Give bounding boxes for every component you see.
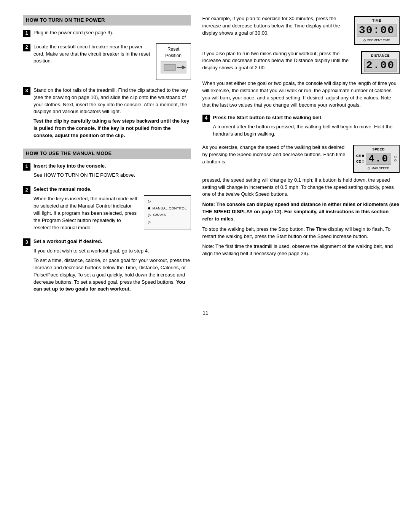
speed-left-item-2: CE	[356, 159, 365, 164]
intro-para1: For example, if you plan to exercise for…	[202, 15, 349, 37]
speed-side-dot-1	[394, 156, 397, 158]
step4-para: A moment after the button is pressed, th…	[213, 123, 400, 138]
step-power-3: 3 Stand on the foot rails of the treadmi…	[23, 87, 191, 142]
step-right-content-4: Press the Start button to start the walk…	[213, 114, 400, 141]
time-goal-section: For example, if you plan to exercise for…	[202, 15, 400, 45]
step-manual-1-text: See HOW TO TURN ON THE POWER above.	[33, 172, 191, 179]
mc-label-grams: GRAMS	[153, 212, 166, 217]
step-manual-3-para2: To set a time, distance, calorie, or pac…	[33, 257, 191, 293]
section-manual: HOW TO USE THE MANUAL MODE 1 Insert the …	[23, 149, 191, 296]
mc-item-1: ▷	[148, 199, 187, 204]
step-manual-num-2: 2	[23, 186, 30, 194]
step4-title: Press the Start button to start the walk…	[213, 114, 400, 121]
step4-para2: As you exercise, change the speed of the…	[202, 144, 348, 166]
time-display-wrapper: TIME 30:00 SEGMENT TIME	[354, 16, 400, 45]
intro-para2: If you also plan to run two miles during…	[202, 50, 356, 72]
mc-arrow-3: ▷	[148, 219, 151, 225]
speed-section: As you exercise, change the speed of the…	[202, 144, 400, 173]
mc-item-3: ▷ GRAMS	[148, 212, 187, 218]
speed-ce-bottom: CE	[356, 159, 361, 164]
mc-item-2: MANUAL CONTROL	[148, 206, 187, 211]
time-panel-sub: SEGMENT TIME	[357, 38, 397, 43]
step-num-1: 1	[23, 30, 30, 37]
page-number: 11	[23, 310, 388, 317]
step4-bold-note: Note: The console can display speed and …	[202, 201, 400, 223]
time-display-panel: TIME 30:00 SEGMENT TIME	[354, 16, 400, 45]
speed-panel-number: 4.0	[366, 153, 391, 165]
step-num-3: 3	[23, 87, 30, 95]
distance-goal-text: If you also plan to run two miles during…	[202, 50, 356, 75]
svg-rect-1	[164, 64, 175, 70]
step-manual-num-3: 3	[23, 238, 30, 246]
step-manual-2: 2 Select the manual mode. ▷ MANUAL CONTR…	[23, 186, 191, 233]
time-panel-number: 30:00	[357, 24, 397, 37]
distance-goal-section: If you also plan to run two miles during…	[202, 50, 400, 75]
para-goals: When you set either one goal or two goal…	[202, 80, 400, 109]
speed-sub-dot	[368, 167, 370, 169]
speed-panel-label: SPEED	[372, 147, 385, 152]
step-manual-3-title: Set a workout goal if desired.	[33, 238, 191, 245]
speed-side-dots	[394, 156, 397, 161]
speed-dot-empty	[362, 160, 364, 163]
step-power-2: 2 ResetPosition Locat	[23, 43, 191, 82]
reset-box: ResetPosition	[156, 43, 191, 80]
section-header-power: HOW TO TURN ON THE POWER	[23, 15, 191, 26]
manual-control-box: ▷ MANUAL CONTROL ▷ GRAMS ▷	[144, 195, 191, 230]
time-sub-label: SEGMENT TIME	[367, 38, 390, 43]
speed-left-labels: CE CE	[356, 153, 365, 164]
distance-display-wrapper: DISTANCE 2.00	[361, 51, 400, 74]
reset-label: ResetPosition	[160, 46, 187, 59]
step-manual-content-1: Insert the key into the console. See HOW…	[33, 163, 191, 182]
step-right-num-4: 4	[202, 115, 210, 122]
step-manual-content-2: Select the manual mode. ▷ MANUAL CONTROL	[33, 186, 191, 233]
speed-panel-sub: MAX SPEED	[368, 166, 389, 171]
section-power: HOW TO TURN ON THE POWER 1 Plug in the p…	[23, 15, 191, 142]
step-manual-1-title: Insert the key into the console.	[33, 163, 191, 170]
reset-position-image: ResetPosition	[156, 43, 191, 80]
step-content-3: Stand on the foot rails of the treadmill…	[33, 87, 191, 142]
step4-para3: pressed, the speed setting will change b…	[202, 177, 400, 198]
section-header-manual: HOW TO USE THE MANUAL MODE	[23, 149, 191, 159]
right-column: For example, if you plan to exercise for…	[202, 15, 400, 302]
step3-text-bold: Test the clip by carefully taking a few …	[33, 118, 191, 139]
speed-display-wrapper: CE CE SPEED 4.0 MAX SPEED	[353, 145, 400, 173]
distance-panel-label: DISTANCE	[364, 53, 397, 58]
step-manual-num-1: 1	[23, 163, 30, 171]
mc-arrow-1: ▷	[148, 199, 151, 204]
mc-item-4: ▷	[148, 219, 187, 225]
step3-text-normal: Stand on the foot rails of the treadmill…	[33, 87, 191, 115]
speed-text: As you exercise, change the speed of the…	[202, 144, 348, 169]
speed-dot-filled	[362, 155, 364, 157]
step4-para-stop: To stop the walking belt, press the Stop…	[202, 226, 400, 240]
mc-label-manual: MANUAL CONTROL	[153, 206, 187, 211]
left-column: HOW TO TURN ON THE POWER 1 Plug in the p…	[23, 15, 191, 302]
step-manual-3-para2-text: To set a time, distance, calorie, or pac…	[33, 257, 190, 285]
mc-dot	[148, 207, 150, 209]
speed-side-dot-2	[394, 159, 397, 161]
step-right-4: 4 Press the Start button to start the wa…	[202, 114, 400, 141]
speed-panel: CE CE SPEED 4.0 MAX SPEED	[353, 145, 400, 173]
time-goal-text: For example, if you plan to exercise for…	[202, 15, 349, 40]
step-manual-2-title: Select the manual mode.	[33, 186, 191, 193]
distance-panel-number: 2.00	[364, 59, 397, 72]
step-manual-content-3: Set a workout goal if desired. If you do…	[33, 238, 191, 295]
speed-left-item-1: CE	[356, 153, 365, 158]
page-content: HOW TO TURN ON THE POWER 1 Plug in the p…	[23, 15, 388, 302]
mc-arrow-2: ▷	[148, 212, 151, 218]
step-content-1: Plug in the power cord (see page 9).	[33, 29, 191, 39]
time-panel-label: TIME	[357, 18, 397, 23]
distance-display-panel: DISTANCE 2.00	[361, 51, 400, 74]
speed-sub-label: MAX SPEED	[371, 166, 389, 171]
step-manual-3-para1: If you do not wish to set a workout goal…	[33, 248, 191, 255]
speed-ce-top: CE	[356, 153, 361, 158]
time-indicator-dot	[363, 39, 366, 42]
reset-diagram-svg	[160, 60, 187, 75]
speed-right-display: SPEED 4.0 MAX SPEED	[366, 147, 391, 171]
page-num-text: 11	[203, 310, 208, 316]
step-manual-3: 3 Set a workout goal if desired. If you …	[23, 238, 191, 295]
step-num-2: 2	[23, 44, 30, 51]
step4-para-note: Note: The first time the treadmill is us…	[202, 243, 400, 257]
manual-control-image: ▷ MANUAL CONTROL ▷ GRAMS ▷	[144, 195, 191, 230]
step-power-1: 1 Plug in the power cord (see page 9).	[23, 29, 191, 39]
step-manual-1: 1 Insert the key into the console. See H…	[23, 163, 191, 182]
